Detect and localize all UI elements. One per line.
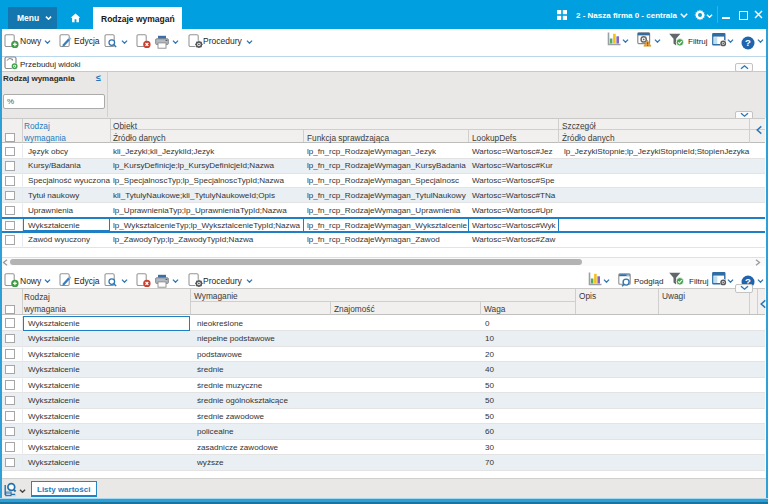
svg-text:?: ? — [745, 37, 751, 48]
